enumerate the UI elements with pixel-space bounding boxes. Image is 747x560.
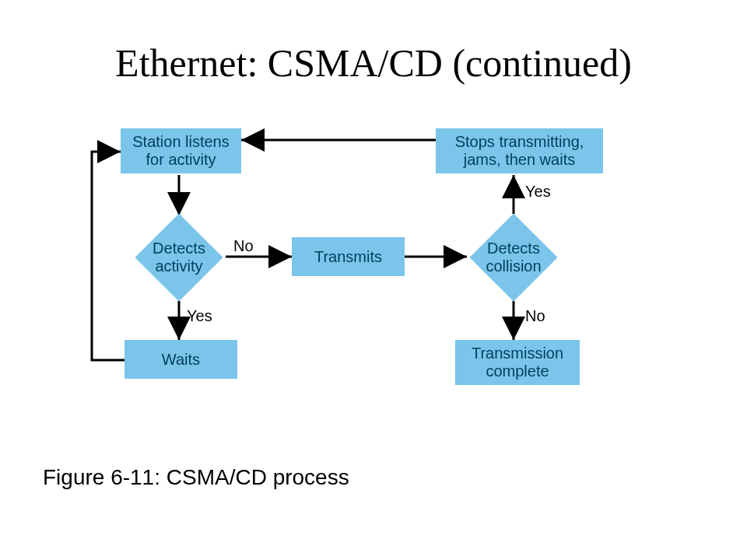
node-transmits: Transmits (292, 237, 405, 276)
node-detect-collision-label: Detects collision (482, 240, 545, 275)
edge-yes-label: Yes (187, 307, 212, 325)
slide-title: Ethernet: CSMA/CD (continued) (0, 40, 747, 86)
edge-no2-label: No (525, 307, 545, 325)
node-detect-activity-label: Detects activity (148, 240, 210, 275)
node-stops-label: Stops transmitting, jams, then waits (440, 133, 598, 169)
slide: Ethernet: CSMA/CD (continued) (0, 0, 747, 560)
node-waits: Waits (124, 340, 237, 379)
flowchart: Station listens for activity Stops trans… (78, 128, 669, 424)
node-listen-label: Station listens for activity (125, 133, 237, 169)
figure-caption: Figure 6-11: CSMA/CD process (43, 465, 349, 490)
node-waits-label: Waits (162, 351, 200, 369)
edge-yes2-label: Yes (525, 183, 551, 201)
node-listen: Station listens for activity (121, 128, 241, 173)
edge-no-label: No (233, 237, 254, 255)
node-stops: Stops transmitting, jams, then waits (436, 128, 603, 173)
node-transmits-label: Transmits (314, 248, 382, 266)
node-tx-complete-label: Transmission complete (460, 345, 575, 380)
node-tx-complete: Transmission complete (455, 340, 580, 385)
